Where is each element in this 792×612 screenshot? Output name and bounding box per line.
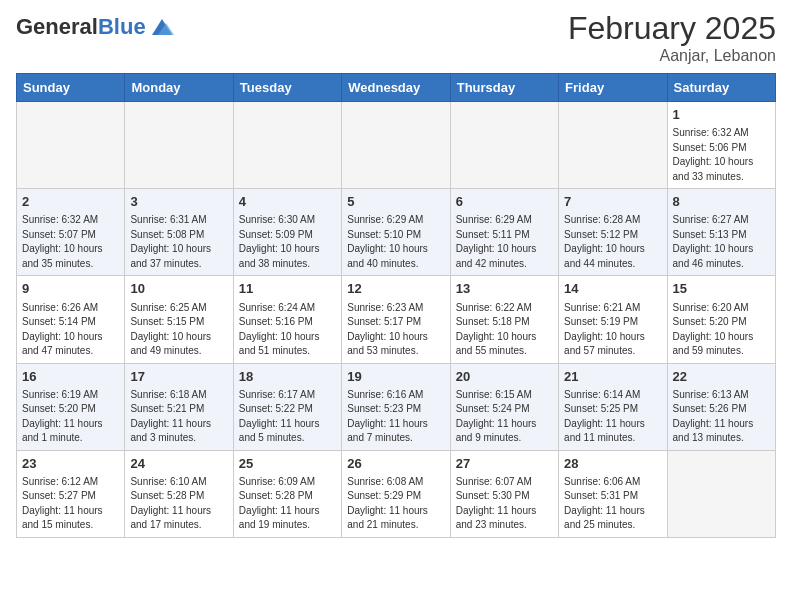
day-number: 13 — [456, 280, 553, 298]
calendar-cell — [450, 102, 558, 189]
day-info: Sunrise: 6:10 AM Sunset: 5:28 PM Dayligh… — [130, 475, 227, 533]
calendar-week-row: 1Sunrise: 6:32 AM Sunset: 5:06 PM Daylig… — [17, 102, 776, 189]
day-info: Sunrise: 6:08 AM Sunset: 5:29 PM Dayligh… — [347, 475, 444, 533]
day-info: Sunrise: 6:20 AM Sunset: 5:20 PM Dayligh… — [673, 301, 770, 359]
calendar-cell: 22Sunrise: 6:13 AM Sunset: 5:26 PM Dayli… — [667, 363, 775, 450]
col-header-friday: Friday — [559, 74, 667, 102]
calendar-cell: 27Sunrise: 6:07 AM Sunset: 5:30 PM Dayli… — [450, 450, 558, 537]
day-number: 7 — [564, 193, 661, 211]
day-number: 9 — [22, 280, 119, 298]
calendar-cell — [125, 102, 233, 189]
day-number: 15 — [673, 280, 770, 298]
day-number: 16 — [22, 368, 119, 386]
header: GeneralBlue February 2025 Aanjar, Lebano… — [16, 10, 776, 65]
calendar-cell — [559, 102, 667, 189]
day-info: Sunrise: 6:21 AM Sunset: 5:19 PM Dayligh… — [564, 301, 661, 359]
calendar-week-row: 16Sunrise: 6:19 AM Sunset: 5:20 PM Dayli… — [17, 363, 776, 450]
day-number: 17 — [130, 368, 227, 386]
day-info: Sunrise: 6:26 AM Sunset: 5:14 PM Dayligh… — [22, 301, 119, 359]
day-number: 24 — [130, 455, 227, 473]
calendar-cell: 12Sunrise: 6:23 AM Sunset: 5:17 PM Dayli… — [342, 276, 450, 363]
day-number: 25 — [239, 455, 336, 473]
day-number: 6 — [456, 193, 553, 211]
calendar-cell: 25Sunrise: 6:09 AM Sunset: 5:28 PM Dayli… — [233, 450, 341, 537]
day-info: Sunrise: 6:14 AM Sunset: 5:25 PM Dayligh… — [564, 388, 661, 446]
day-number: 10 — [130, 280, 227, 298]
day-info: Sunrise: 6:13 AM Sunset: 5:26 PM Dayligh… — [673, 388, 770, 446]
calendar-cell: 10Sunrise: 6:25 AM Sunset: 5:15 PM Dayli… — [125, 276, 233, 363]
calendar-cell — [342, 102, 450, 189]
calendar-cell — [233, 102, 341, 189]
calendar-cell: 28Sunrise: 6:06 AM Sunset: 5:31 PM Dayli… — [559, 450, 667, 537]
day-number: 21 — [564, 368, 661, 386]
location: Aanjar, Lebanon — [568, 47, 776, 65]
calendar-cell: 20Sunrise: 6:15 AM Sunset: 5:24 PM Dayli… — [450, 363, 558, 450]
day-info: Sunrise: 6:12 AM Sunset: 5:27 PM Dayligh… — [22, 475, 119, 533]
calendar-cell: 19Sunrise: 6:16 AM Sunset: 5:23 PM Dayli… — [342, 363, 450, 450]
day-number: 8 — [673, 193, 770, 211]
day-number: 18 — [239, 368, 336, 386]
day-info: Sunrise: 6:22 AM Sunset: 5:18 PM Dayligh… — [456, 301, 553, 359]
day-number: 19 — [347, 368, 444, 386]
day-info: Sunrise: 6:29 AM Sunset: 5:11 PM Dayligh… — [456, 213, 553, 271]
calendar-cell: 26Sunrise: 6:08 AM Sunset: 5:29 PM Dayli… — [342, 450, 450, 537]
day-number: 12 — [347, 280, 444, 298]
col-header-monday: Monday — [125, 74, 233, 102]
col-header-saturday: Saturday — [667, 74, 775, 102]
day-number: 26 — [347, 455, 444, 473]
day-info: Sunrise: 6:09 AM Sunset: 5:28 PM Dayligh… — [239, 475, 336, 533]
day-number: 1 — [673, 106, 770, 124]
calendar-cell: 16Sunrise: 6:19 AM Sunset: 5:20 PM Dayli… — [17, 363, 125, 450]
day-info: Sunrise: 6:17 AM Sunset: 5:22 PM Dayligh… — [239, 388, 336, 446]
calendar-cell — [667, 450, 775, 537]
col-header-sunday: Sunday — [17, 74, 125, 102]
day-number: 11 — [239, 280, 336, 298]
page: GeneralBlue February 2025 Aanjar, Lebano… — [0, 0, 792, 554]
calendar-cell: 24Sunrise: 6:10 AM Sunset: 5:28 PM Dayli… — [125, 450, 233, 537]
calendar-cell: 6Sunrise: 6:29 AM Sunset: 5:11 PM Daylig… — [450, 189, 558, 276]
day-number: 4 — [239, 193, 336, 211]
day-info: Sunrise: 6:18 AM Sunset: 5:21 PM Dayligh… — [130, 388, 227, 446]
day-info: Sunrise: 6:16 AM Sunset: 5:23 PM Dayligh… — [347, 388, 444, 446]
calendar-week-row: 23Sunrise: 6:12 AM Sunset: 5:27 PM Dayli… — [17, 450, 776, 537]
month-title: February 2025 — [568, 10, 776, 47]
day-info: Sunrise: 6:32 AM Sunset: 5:07 PM Dayligh… — [22, 213, 119, 271]
calendar-cell: 18Sunrise: 6:17 AM Sunset: 5:22 PM Dayli… — [233, 363, 341, 450]
calendar-cell: 4Sunrise: 6:30 AM Sunset: 5:09 PM Daylig… — [233, 189, 341, 276]
calendar-week-row: 2Sunrise: 6:32 AM Sunset: 5:07 PM Daylig… — [17, 189, 776, 276]
calendar-cell: 14Sunrise: 6:21 AM Sunset: 5:19 PM Dayli… — [559, 276, 667, 363]
day-info: Sunrise: 6:07 AM Sunset: 5:30 PM Dayligh… — [456, 475, 553, 533]
day-info: Sunrise: 6:06 AM Sunset: 5:31 PM Dayligh… — [564, 475, 661, 533]
day-number: 22 — [673, 368, 770, 386]
logo-blue: Blue — [98, 14, 146, 39]
calendar-cell: 7Sunrise: 6:28 AM Sunset: 5:12 PM Daylig… — [559, 189, 667, 276]
calendar-cell: 17Sunrise: 6:18 AM Sunset: 5:21 PM Dayli… — [125, 363, 233, 450]
calendar-cell: 11Sunrise: 6:24 AM Sunset: 5:16 PM Dayli… — [233, 276, 341, 363]
day-number: 27 — [456, 455, 553, 473]
calendar-cell: 21Sunrise: 6:14 AM Sunset: 5:25 PM Dayli… — [559, 363, 667, 450]
title-block: February 2025 Aanjar, Lebanon — [568, 10, 776, 65]
calendar-cell: 2Sunrise: 6:32 AM Sunset: 5:07 PM Daylig… — [17, 189, 125, 276]
calendar-cell — [17, 102, 125, 189]
logo: GeneralBlue — [16, 10, 176, 38]
calendar-cell: 9Sunrise: 6:26 AM Sunset: 5:14 PM Daylig… — [17, 276, 125, 363]
calendar-cell: 23Sunrise: 6:12 AM Sunset: 5:27 PM Dayli… — [17, 450, 125, 537]
logo-text: GeneralBlue — [16, 16, 146, 38]
col-header-thursday: Thursday — [450, 74, 558, 102]
day-number: 14 — [564, 280, 661, 298]
day-info: Sunrise: 6:28 AM Sunset: 5:12 PM Dayligh… — [564, 213, 661, 271]
day-info: Sunrise: 6:29 AM Sunset: 5:10 PM Dayligh… — [347, 213, 444, 271]
logo-general: General — [16, 14, 98, 39]
calendar-table: SundayMondayTuesdayWednesdayThursdayFrid… — [16, 73, 776, 538]
calendar-cell: 3Sunrise: 6:31 AM Sunset: 5:08 PM Daylig… — [125, 189, 233, 276]
day-number: 23 — [22, 455, 119, 473]
logo-icon — [148, 17, 176, 37]
calendar-cell: 13Sunrise: 6:22 AM Sunset: 5:18 PM Dayli… — [450, 276, 558, 363]
col-header-wednesday: Wednesday — [342, 74, 450, 102]
day-info: Sunrise: 6:24 AM Sunset: 5:16 PM Dayligh… — [239, 301, 336, 359]
calendar-header-row: SundayMondayTuesdayWednesdayThursdayFrid… — [17, 74, 776, 102]
calendar-cell: 1Sunrise: 6:32 AM Sunset: 5:06 PM Daylig… — [667, 102, 775, 189]
day-info: Sunrise: 6:19 AM Sunset: 5:20 PM Dayligh… — [22, 388, 119, 446]
col-header-tuesday: Tuesday — [233, 74, 341, 102]
day-info: Sunrise: 6:31 AM Sunset: 5:08 PM Dayligh… — [130, 213, 227, 271]
